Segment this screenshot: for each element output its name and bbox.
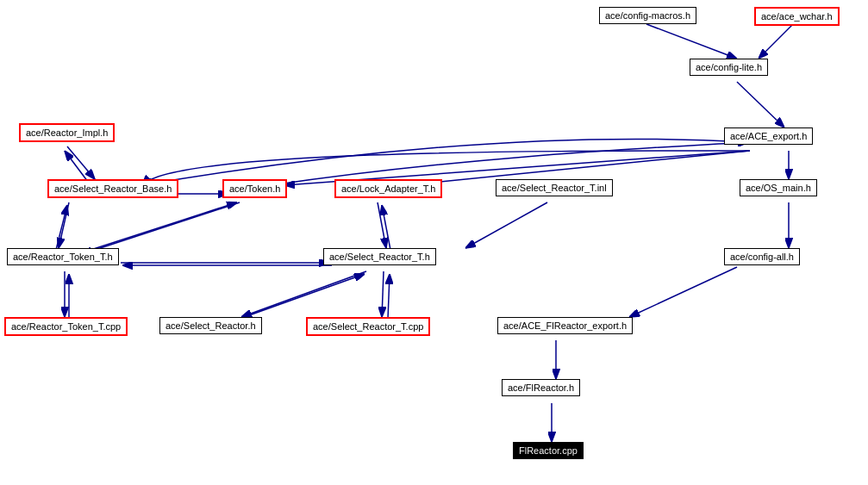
node-config-lite: ace/config-lite.h <box>690 59 768 76</box>
svg-line-12 <box>56 205 67 250</box>
svg-line-4 <box>737 82 784 127</box>
node-flreactor-cpp: FlReactor.cpp <box>513 442 584 459</box>
svg-line-24 <box>388 274 390 319</box>
svg-line-2 <box>646 24 737 59</box>
svg-line-22 <box>240 274 365 319</box>
node-flreactor: ace/FlReactor.h <box>502 379 580 396</box>
node-reactor-impl: ace/Reactor_Impl.h <box>19 123 115 142</box>
svg-line-16 <box>378 202 386 248</box>
node-ace-wchar: ace/ace_wchar.h <box>754 7 840 26</box>
node-select-reactor: ace/Select_Reactor.h <box>159 317 262 334</box>
dependency-diagram: ace/config-macros.h ace/ace_wchar.h ace/… <box>0 0 868 485</box>
node-select-reactor-t-inl: ace/Select_Reactor_T.inl <box>496 179 613 196</box>
node-token: ace/Token.h <box>222 179 287 198</box>
svg-line-3 <box>759 24 793 59</box>
node-select-reactor-t-cpp: ace/Select_Reactor_T.cpp <box>306 317 430 336</box>
svg-line-14 <box>82 202 240 254</box>
node-reactor-token-t-cpp: ace/Reactor_Token_T.cpp <box>4 317 128 336</box>
svg-line-21 <box>241 271 366 317</box>
node-select-reactor-base: ace/Select_Reactor_Base.h <box>47 179 178 198</box>
node-lock-adapter: ace/Lock_Adapter_T.h <box>334 179 442 198</box>
node-config-macros: ace/config-macros.h <box>599 7 696 24</box>
svg-line-9 <box>67 146 95 179</box>
node-ace-flreactor-export: ace/ACE_FlReactor_export.h <box>497 317 633 334</box>
svg-line-15 <box>78 202 237 254</box>
svg-line-27 <box>629 267 737 317</box>
svg-line-17 <box>382 205 390 250</box>
node-select-reactor-t: ace/Select_Reactor_T.h <box>323 248 436 265</box>
svg-line-23 <box>382 271 384 317</box>
node-reactor-token-t: ace/Reactor_Token_T.h <box>7 248 119 265</box>
node-ace-export: ace/ACE_export.h <box>724 127 813 145</box>
svg-line-11 <box>59 202 69 248</box>
svg-line-18 <box>465 202 547 248</box>
node-config-all: ace/config-all.h <box>724 248 800 265</box>
node-os-main: ace/OS_main.h <box>740 179 817 196</box>
